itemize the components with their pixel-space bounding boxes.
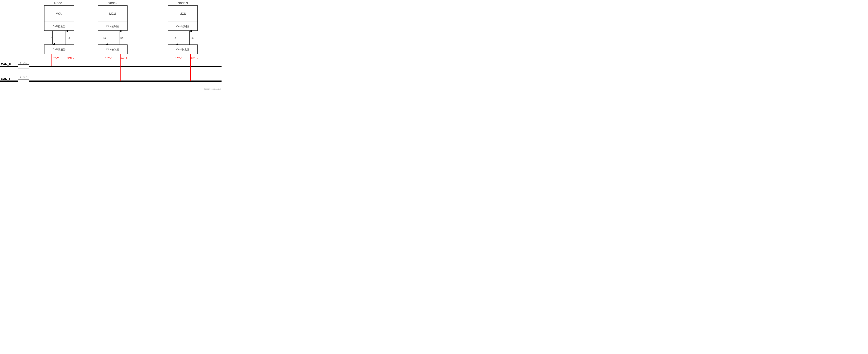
svg-text:CAN收发器: CAN收发器 (53, 48, 66, 51)
svg-text:TX: TX (50, 37, 52, 39)
svg-text:CAN控制器: CAN控制器 (176, 25, 189, 28)
svg-text:NodeN: NodeN (178, 1, 188, 5)
svg-text:Node1: Node1 (54, 1, 64, 5)
svg-text:RX: RX (67, 37, 70, 39)
svg-text:MCU: MCU (109, 12, 116, 15)
svg-text:CAN_H: CAN_H (52, 57, 59, 59)
diagram-svg: Node1 Node2 NodeN . . . . . . MCU CAN控制器… (0, 0, 221, 90)
svg-text:©2024 ®2010DapriBei: ©2024 ®2010DapriBei (204, 88, 221, 90)
svg-text:CAN_L: CAN_L (121, 57, 127, 59)
svg-rect-40 (18, 79, 29, 83)
svg-text:CAN收发器: CAN收发器 (176, 48, 189, 51)
svg-text:CAN_H: CAN_H (105, 57, 112, 59)
svg-text:2．2kΩ: 2．2kΩ (20, 76, 27, 79)
svg-text:CAN控制器: CAN控制器 (53, 25, 66, 28)
svg-text:MCU: MCU (180, 12, 186, 15)
svg-text:CAN控制器: CAN控制器 (106, 25, 119, 28)
svg-text:CAN_L: CAN_L (1, 77, 11, 81)
svg-text:2．2kΩ: 2．2kΩ (20, 61, 27, 64)
svg-text:Node2: Node2 (107, 1, 117, 5)
svg-text:CAN_L: CAN_L (67, 57, 74, 59)
svg-text:TX: TX (103, 37, 106, 39)
svg-text:RX: RX (120, 37, 124, 39)
svg-text:TX: TX (173, 37, 176, 39)
svg-text:. . . . . .: . . . . . . (139, 12, 153, 17)
svg-text:CAN_L: CAN_L (191, 57, 197, 59)
svg-rect-37 (18, 65, 29, 68)
svg-text:CAN_H: CAN_H (1, 63, 11, 66)
svg-text:MCU: MCU (56, 12, 62, 15)
can-bus-diagram: Node1 Node2 NodeN . . . . . . MCU CAN控制器… (0, 0, 221, 90)
svg-text:RX: RX (190, 37, 194, 39)
svg-text:CAN收发器: CAN收发器 (106, 48, 119, 51)
svg-text:CAN_H: CAN_H (176, 57, 182, 59)
